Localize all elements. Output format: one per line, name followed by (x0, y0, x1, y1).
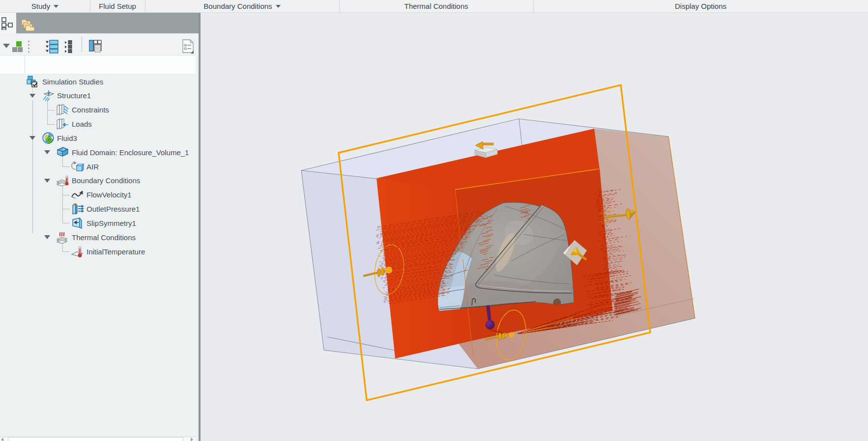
svg-text:F: F (63, 148, 65, 151)
svg-text:co: co (58, 152, 62, 155)
